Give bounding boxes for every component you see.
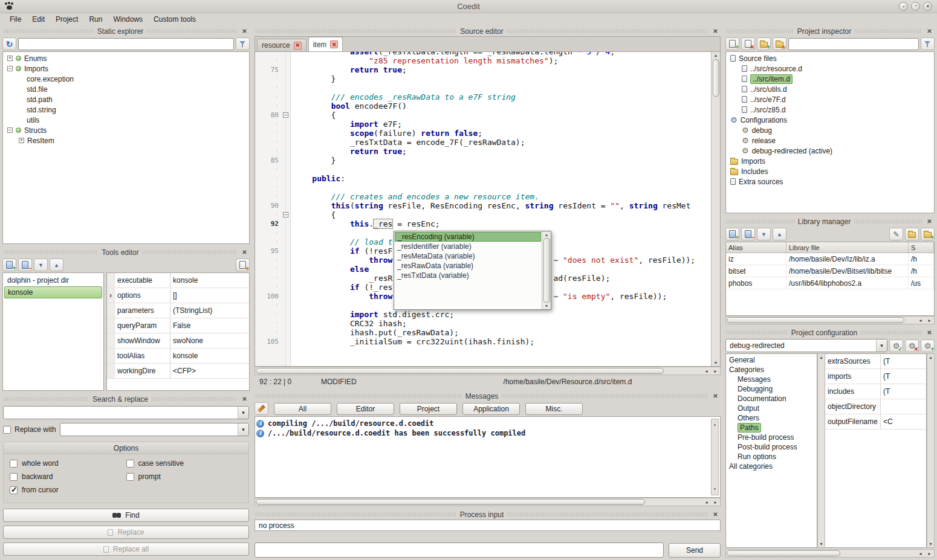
fold-gutter[interactable] xyxy=(282,92,290,101)
close-panel-icon[interactable]: ✕ xyxy=(926,329,933,336)
line-number[interactable]: · xyxy=(255,274,282,283)
delete-configuration-button[interactable]: ⚙✕ xyxy=(905,340,919,352)
scroll-up-icon[interactable] xyxy=(715,53,717,58)
code-line[interactable]: · xyxy=(255,83,711,92)
line-number[interactable]: · xyxy=(255,165,282,174)
code-text[interactable]: this(string resFile, ResEncoding resEnc,… xyxy=(290,201,691,210)
fold-gutter[interactable] xyxy=(282,228,290,237)
scroll-right-icon[interactable] xyxy=(926,551,933,556)
line-number[interactable]: · xyxy=(255,174,282,183)
filter-all-button[interactable]: All xyxy=(274,403,331,415)
category-categories[interactable]: Categories xyxy=(726,365,817,375)
close-panel-icon[interactable]: ✕ xyxy=(712,28,719,34)
scroll-right-icon[interactable] xyxy=(712,500,719,505)
line-number[interactable]: · xyxy=(255,328,282,337)
code-text[interactable]: "z85 representation length mismatches"); xyxy=(290,56,558,65)
completion-item[interactable]: _resMetaData (variable) xyxy=(395,251,541,261)
panel-grip[interactable] xyxy=(727,330,788,335)
fold-gutter[interactable] xyxy=(282,319,290,328)
code-text[interactable]: import e7F; xyxy=(290,120,402,129)
option-from-cursor[interactable]: from cursor xyxy=(10,486,242,494)
property-row[interactable]: objectDirectory xyxy=(825,399,926,414)
fold-gutter[interactable] xyxy=(282,192,290,201)
category-output[interactable]: Output xyxy=(726,404,817,413)
messages-vscrollbar[interactable] xyxy=(711,419,719,495)
code-text[interactable]: bool encodee7F() xyxy=(290,101,407,111)
process-input-field[interactable] xyxy=(255,542,664,558)
option-prompt[interactable]: prompt xyxy=(126,472,243,481)
option-backward[interactable]: backward xyxy=(10,472,126,481)
property-value[interactable]: swoNone xyxy=(170,333,249,348)
code-text[interactable]: scope(failure) return false; xyxy=(290,129,482,138)
category-messages[interactable]: Messages xyxy=(726,375,817,384)
table-header[interactable]: Alias Library file S xyxy=(726,242,934,253)
tree-node-source[interactable]: ../src/utils.d xyxy=(727,84,933,94)
close-panel-icon[interactable]: ✕ xyxy=(926,218,933,225)
tree-node-enums[interactable]: Enums xyxy=(4,53,248,63)
code-text[interactable]: // load t xyxy=(290,237,392,246)
property-row[interactable]: showWindowswoNone xyxy=(107,333,249,349)
line-number[interactable]: · xyxy=(255,52,282,56)
library-hscrollbar[interactable] xyxy=(725,316,935,324)
tree-node-config[interactable]: ⚙debug xyxy=(727,125,933,135)
line-number[interactable]: 95 xyxy=(255,246,282,256)
column-header-alias[interactable]: Alias xyxy=(726,242,786,253)
tree-node-struct[interactable]: ResItem xyxy=(4,135,248,146)
fold-gutter[interactable] xyxy=(282,337,290,346)
tree-node-config-active[interactable]: ⚙debug-redirected (active) xyxy=(727,146,933,156)
add-source-button[interactable]: + xyxy=(725,37,739,50)
code-text[interactable]: } xyxy=(290,74,336,83)
editor-vscrollbar[interactable] xyxy=(711,52,720,366)
scroll-down-icon[interactable] xyxy=(545,303,548,309)
close-panel-icon[interactable]: ✕ xyxy=(712,511,719,518)
property-row[interactable]: extraSources(T xyxy=(825,354,926,369)
code-area[interactable]: · assert(_resTxtData.length == _resRawDa… xyxy=(255,52,711,366)
filter-project-button[interactable]: Project xyxy=(400,403,457,415)
filter-options-button[interactable] xyxy=(921,37,935,50)
remove-tool-button[interactable]: − xyxy=(18,259,32,271)
remove-library-button[interactable]: − xyxy=(741,228,755,240)
line-number[interactable]: · xyxy=(255,101,282,111)
add-folder-button[interactable]: + xyxy=(757,37,771,50)
code-line[interactable]: · scope(failure) return false; xyxy=(255,129,711,138)
panel-grip[interactable] xyxy=(256,29,456,33)
scroll-right-icon[interactable] xyxy=(926,318,933,323)
line-number[interactable]: 100 xyxy=(255,292,282,301)
send-button[interactable]: Send xyxy=(669,543,721,558)
option-case-sensitive[interactable]: case sensitive xyxy=(126,459,243,468)
from-cursor-checkbox[interactable] xyxy=(10,486,18,494)
panel-grip[interactable] xyxy=(4,250,98,254)
scroll-left-icon[interactable] xyxy=(702,500,710,505)
close-tab-icon[interactable]: ✕ xyxy=(294,42,302,50)
tree-node-source[interactable]: ../src/resource.d xyxy=(727,63,933,74)
line-number[interactable]: 105 xyxy=(255,337,282,346)
property-row[interactable]: parameters(TStringList) xyxy=(107,303,249,318)
line-number[interactable]: · xyxy=(255,192,282,201)
find-button[interactable]: Find xyxy=(3,509,249,522)
code-line[interactable]: · import std.digest.crc; xyxy=(255,310,711,319)
property-value[interactable]: <CFP> xyxy=(170,364,249,378)
category-pre-build[interactable]: Pre-build process xyxy=(726,433,817,442)
code-text[interactable]: _initialSum = crc322uint(ihash.finish); xyxy=(290,337,534,346)
scroll-left-icon[interactable] xyxy=(916,551,924,556)
line-number[interactable]: · xyxy=(255,83,282,92)
fold-gutter[interactable] xyxy=(282,274,290,283)
titlebar[interactable]: Coedit xyxy=(0,0,937,13)
line-number[interactable]: 85 xyxy=(255,156,282,165)
move-library-down-button[interactable]: ▼ xyxy=(757,228,771,240)
close-tab-icon[interactable]: ✕ xyxy=(330,40,338,48)
tree-node-imports[interactable]: Imports xyxy=(4,63,248,74)
property-row[interactable]: imports(T xyxy=(825,369,926,384)
tab-item[interactable]: item ✕ xyxy=(308,37,343,51)
tree-node-extra-sources[interactable]: Extra sources xyxy=(727,176,933,187)
fold-gutter[interactable] xyxy=(282,147,290,156)
fold-gutter[interactable] xyxy=(282,52,290,56)
move-tool-up-button[interactable]: ▲ xyxy=(50,259,63,271)
property-row[interactable]: queryParamFalse xyxy=(107,318,249,333)
code-line[interactable]: · /// creates and encodes a new resource… xyxy=(255,192,711,201)
filter-application-button[interactable]: Application xyxy=(462,403,520,415)
fold-gutter[interactable] xyxy=(282,174,290,183)
code-line[interactable]: · xyxy=(255,165,711,174)
tree-node-configurations[interactable]: ⚙Configurations xyxy=(727,115,933,125)
add-configuration-button[interactable]: ⚙+ xyxy=(921,340,935,352)
